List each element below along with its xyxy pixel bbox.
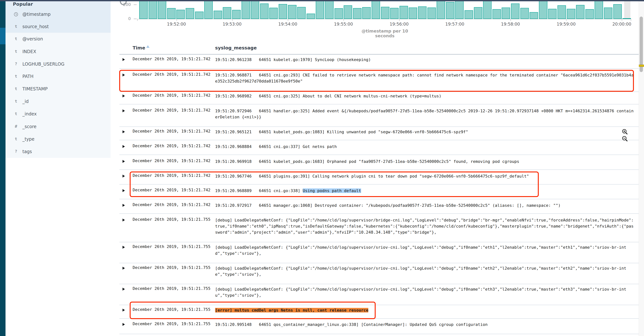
histogram-bar[interactable] [251, 1, 259, 19]
sidebar-field-timestamp[interactable]: tTIMESTAMP [6, 86, 110, 92]
field-label: @version [22, 36, 43, 42]
sidebar-field-index[interactable]: tINDEX [6, 49, 110, 55]
expand-caret-icon[interactable] [122, 323, 125, 326]
expand-caret-icon[interactable] [122, 95, 125, 97]
column-header-syslog-message[interactable]: syslog_message [215, 45, 257, 51]
histogram-bar[interactable] [483, 1, 492, 19]
sidebar-field-id[interactable]: t_id [6, 98, 110, 105]
histogram-bar[interactable] [158, 1, 166, 19]
histogram-bar[interactable] [400, 6, 408, 19]
histogram-bar[interactable] [548, 9, 556, 19]
histogram-bar[interactable] [409, 8, 417, 19]
histogram-bar[interactable] [520, 8, 529, 19]
sidebar-field-loghubuserlog[interactable]: ?LOGHUB_USERLOG [6, 61, 110, 67]
expand-caret-icon[interactable] [122, 246, 125, 249]
histogram-bar[interactable] [297, 7, 306, 19]
histogram-bar[interactable] [316, 1, 324, 19]
histogram-bar[interactable] [576, 5, 584, 19]
histogram-bar[interactable] [269, 8, 278, 19]
sort-ascending-icon[interactable] [146, 45, 150, 48]
expand-caret-icon[interactable] [122, 160, 125, 163]
histogram-bar[interactable] [325, 1, 334, 19]
sidebar-field-path[interactable]: tPATH [6, 73, 110, 80]
expand-caret-icon[interactable] [122, 175, 125, 178]
histogram-bar[interactable] [242, 1, 250, 19]
expand-caret-icon[interactable] [122, 204, 125, 207]
histogram-bar[interactable] [186, 8, 194, 19]
histogram-bar[interactable] [586, 9, 594, 19]
vertical-scrollbar[interactable] [639, 1, 644, 336]
sidebar-field-timestamp[interactable]: @timestamp [6, 11, 110, 18]
sidebar-field-tags[interactable]: ?tags [6, 149, 110, 155]
histogram-bar[interactable] [530, 12, 538, 19]
field-label: LOGHUB_USERLOG [22, 62, 64, 67]
histogram-bar[interactable] [511, 4, 520, 19]
histogram-bar[interactable] [306, 14, 315, 19]
histogram-bar[interactable] [372, 1, 380, 19]
histogram-bar[interactable] [604, 8, 612, 19]
histogram-bar[interactable] [502, 8, 510, 19]
zoom-out-icon[interactable] [622, 136, 628, 142]
histogram-bar[interactable] [567, 9, 575, 19]
column-header-time[interactable]: Time [132, 45, 145, 51]
histogram-bar[interactable] [223, 7, 231, 19]
histogram-bar[interactable] [167, 8, 176, 19]
field-label: _type [22, 137, 34, 142]
expand-caret-icon[interactable] [122, 219, 125, 221]
histogram-bar[interactable] [344, 5, 352, 19]
sidebar-field-version[interactable]: t@version [6, 36, 110, 42]
syslog-message-cell: 19:51:20.972917 64651 manager.go:1068] D… [215, 202, 639, 208]
sidebar-field-index[interactable]: t_index [6, 111, 110, 117]
expand-caret-icon[interactable] [122, 189, 125, 192]
expand-caret-icon[interactable] [122, 109, 125, 112]
expand-caret-icon[interactable] [122, 130, 125, 133]
histogram-bar[interactable] [613, 4, 622, 19]
histogram-bar[interactable] [232, 10, 241, 19]
histogram-bar[interactable] [381, 7, 390, 19]
histogram-bar[interactable] [464, 10, 473, 19]
sidebar-field-sourcehost[interactable]: tsource_host [6, 24, 110, 30]
histogram-bar[interactable] [334, 8, 343, 19]
x-axis-title: @timestamp per 10 seconds [357, 29, 412, 38]
expand-caret-icon[interactable] [122, 145, 125, 148]
histogram-bar[interactable] [474, 7, 482, 19]
expand-caret-icon[interactable] [122, 288, 125, 291]
histogram-bar[interactable] [353, 8, 362, 19]
histogram-bar[interactable] [594, 1, 603, 19]
field-label: _id [22, 99, 29, 104]
histogram-bar[interactable] [622, 18, 631, 19]
field-type-icon: t [13, 74, 19, 79]
histogram-bar[interactable] [195, 12, 204, 19]
histogram-bar[interactable] [214, 11, 222, 19]
histogram-plot[interactable] [139, 1, 631, 19]
histogram-bar[interactable] [279, 4, 287, 19]
table-row: December 26th 2019, 19:51:21.755[debug] … [120, 214, 639, 242]
histogram-bar[interactable] [139, 1, 148, 19]
x-axis-tick [631, 19, 631, 21]
histogram-bar[interactable] [204, 1, 213, 19]
histogram-bar[interactable] [492, 9, 501, 19]
histogram-bar[interactable] [176, 10, 185, 19]
histogram-bar[interactable] [260, 4, 268, 19]
expand-caret-icon[interactable] [122, 58, 125, 61]
histogram-bar[interactable] [428, 8, 436, 19]
scrollbar-thumb[interactable] [640, 17, 643, 72]
zoom-in-icon[interactable] [622, 129, 628, 135]
histogram-bar[interactable] [455, 1, 464, 19]
histogram-bar[interactable] [288, 5, 296, 19]
expand-caret-icon[interactable] [122, 267, 125, 270]
expand-caret-icon[interactable] [122, 309, 125, 311]
histogram-bar[interactable] [558, 5, 566, 19]
histogram-bar[interactable] [148, 1, 157, 19]
histogram-bar[interactable] [390, 8, 398, 19]
sidebar-field-type[interactable]: t_type [6, 136, 110, 142]
table-row: December 26th 2019, 19:51:21.74219:51:20… [120, 199, 639, 214]
histogram-bar[interactable] [362, 7, 371, 19]
histogram-bar[interactable] [436, 1, 445, 19]
x-axis-tick-label: 19:55:00 [331, 22, 356, 27]
histogram-bar[interactable] [418, 7, 426, 19]
sidebar-field-score[interactable]: #_score [6, 124, 110, 130]
histogram-bar[interactable] [446, 2, 454, 19]
histogram-bar[interactable] [539, 1, 548, 19]
table-row: December 26th 2019, 19:51:21.74219:51:20… [120, 155, 639, 170]
